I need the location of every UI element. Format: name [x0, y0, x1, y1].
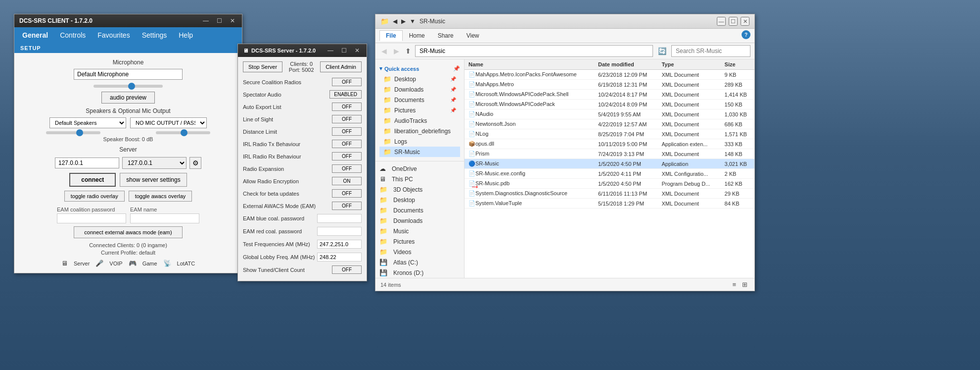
setting-toggle-button[interactable]: OFF	[332, 78, 362, 86]
eam-name-input[interactable]	[130, 213, 199, 223]
server-port-select[interactable]: 127.0.0.1	[122, 157, 187, 169]
nav-controls[interactable]: Controls	[58, 30, 88, 40]
sidebar-item[interactable]: 📁Pictures	[375, 236, 464, 247]
col-name[interactable]: Name	[465, 59, 594, 70]
sidebar-item[interactable]: 📁Downloads	[375, 215, 464, 226]
setting-toggle-button[interactable]: ON	[332, 177, 362, 185]
forward-button[interactable]: ▶	[392, 46, 401, 56]
server-minimize-button[interactable]: —	[326, 47, 335, 54]
sidebar-item[interactable]: 🖥This PC	[375, 174, 464, 184]
explorer-maximize-button[interactable]: ☐	[729, 17, 738, 26]
details-view-button[interactable]: ≡	[730, 280, 738, 289]
speakers-select[interactable]: Default Speakers	[49, 117, 126, 128]
table-row[interactable]: 📄Microsoft.WindowsAPICodePack.Shell10/24…	[465, 90, 754, 100]
setting-text-input[interactable]	[317, 214, 362, 223]
table-row[interactable]: 📄MahApps.Metro.IconPacks.FontAwesome6/23…	[465, 70, 754, 80]
quick-access-header[interactable]: ▾ Quick access 📌	[379, 65, 460, 72]
nav-general[interactable]: General	[20, 30, 50, 40]
setting-toggle-button[interactable]: OFF	[332, 189, 362, 198]
audio-preview-button[interactable]: audio preview	[101, 92, 155, 104]
server-settings-button[interactable]: show server settings	[120, 173, 187, 187]
table-row[interactable]: 📄SR-Music.pdb1/5/2020 4:50 PMProgram Deb…	[465, 179, 754, 189]
mic-output-select[interactable]: NO MIC OUTPUT / PASSTHR0L	[130, 117, 207, 128]
setting-toggle-button[interactable]: OFF	[332, 164, 362, 173]
sidebar-item[interactable]: 📁Videos	[375, 247, 464, 257]
sidebar-item[interactable]: 📁Downloads📌	[379, 84, 460, 95]
nav-settings[interactable]: Settings	[140, 30, 169, 40]
sidebar-item[interactable]: 📁3D Objects	[375, 184, 464, 195]
sidebar-item[interactable]: 📁Documents	[375, 205, 464, 215]
setting-toggle-button[interactable]: OFF	[332, 152, 362, 160]
search-input[interactable]	[671, 45, 750, 57]
client-admin-button[interactable]: Client Admin	[320, 61, 362, 72]
setting-text-input[interactable]	[317, 227, 362, 236]
ribbon-tab-home[interactable]: Home	[403, 30, 431, 41]
sidebar-item[interactable]: 📁Desktop	[375, 195, 464, 205]
volume-slider-2[interactable]	[156, 131, 210, 134]
setting-freq-input[interactable]	[317, 253, 362, 262]
connect-eam-button[interactable]: connect external awacs mode (eam)	[74, 226, 182, 238]
grid-view-button[interactable]: ⊞	[740, 280, 749, 289]
col-date[interactable]: Date modified	[594, 59, 657, 70]
sidebar-item[interactable]: 📁AudioTracks	[379, 115, 460, 126]
help-button[interactable]: ?	[742, 30, 750, 39]
up-button[interactable]: ⬆	[404, 46, 412, 56]
table-row[interactable]: 📄System.ValueTuple5/15/2018 1:29 PMXML D…	[465, 199, 754, 209]
setting-toggle-button[interactable]: OFF	[332, 202, 362, 210]
nav-help[interactable]: Help	[177, 30, 195, 40]
eam-coalition-input[interactable]	[57, 213, 126, 223]
explorer-close-button[interactable]: ✕	[741, 17, 749, 26]
sidebar-item[interactable]: 📁Desktop📌	[379, 74, 460, 84]
ribbon-tab-share[interactable]: Share	[431, 30, 460, 41]
table-row[interactable]: 📄Prism7/24/2019 3:13 PMXML Document148 K…	[465, 149, 754, 159]
setting-toggle-button[interactable]: OFF	[332, 127, 362, 136]
table-row[interactable]: 📄MahApps.Metro6/19/2018 12:31 PMXML Docu…	[465, 80, 754, 90]
server-ip-input[interactable]	[55, 158, 119, 168]
stop-server-button[interactable]: Stop Server	[243, 61, 282, 72]
sidebar-item[interactable]: 💾Kronos (D:)	[375, 267, 464, 278]
setting-toggle-button[interactable]: OFF	[332, 265, 362, 274]
sidebar-item[interactable]: 📁Music	[375, 226, 464, 236]
client-minimize-button[interactable]: —	[201, 17, 211, 24]
server-close-button[interactable]: ✕	[353, 47, 362, 54]
col-size[interactable]: Size	[721, 59, 754, 70]
client-maximize-button[interactable]: ☐	[215, 17, 224, 24]
table-row[interactable]: 📄SR-Music.exe.config1/5/2020 4:11 PMXML …	[465, 169, 754, 179]
server-maximize-button[interactable]: ☐	[339, 47, 349, 54]
table-row[interactable]: 📦opus.dll10/11/2019 5:00 PMApplication e…	[465, 139, 754, 149]
sidebar-item[interactable]: 📁Pictures📌	[379, 105, 460, 115]
table-row[interactable]: 📄NAudio5/4/2019 9:55 AMXML Document1,030…	[465, 109, 754, 119]
setting-toggle-button[interactable]: OFF	[332, 103, 362, 111]
table-row[interactable]: 📄Microsoft.WindowsAPICodePack10/24/2014 …	[465, 100, 754, 109]
setting-freq-input[interactable]	[317, 240, 362, 249]
radio-overlay-button[interactable]: toggle radio overlay	[64, 191, 125, 202]
sidebar-item[interactable]: 📁liberation_debriefings	[379, 126, 460, 136]
sidebar-item[interactable]: ☁OneDrive	[375, 163, 464, 174]
volume-slider-1[interactable]	[46, 131, 100, 134]
sidebar-item[interactable]: 📁SR-Music	[379, 147, 460, 157]
refresh-button[interactable]: 🔄	[656, 46, 668, 56]
back-button[interactable]: ◀	[379, 46, 389, 56]
table-row[interactable]: 📄NLog8/25/2019 7:04 PMXML Document1,571 …	[465, 129, 754, 139]
col-type[interactable]: Type	[657, 59, 720, 70]
awacs-overlay-button[interactable]: toggle awacs overlay	[129, 191, 192, 202]
nav-favourites[interactable]: Favourites	[95, 30, 132, 40]
table-row[interactable]: 📄System.Diagnostics.DiagnosticSource6/11…	[465, 189, 754, 199]
setting-toggle-button[interactable]: OFF	[332, 115, 362, 123]
setting-toggle-button[interactable]: ENABLED	[329, 90, 362, 99]
gear-button[interactable]: ⚙	[189, 157, 201, 169]
table-row[interactable]: 📄Newtonsoft.Json4/22/2019 12:57 AMXML Do…	[465, 119, 754, 129]
address-bar[interactable]	[415, 45, 653, 57]
connect-button[interactable]: connect	[69, 173, 116, 187]
ribbon-tab-file[interactable]: File	[379, 30, 403, 41]
setting-toggle-button[interactable]: OFF	[332, 140, 362, 148]
microphone-select[interactable]: Default Microphone	[74, 69, 183, 80]
sidebar-item[interactable]: 💾Atlas (C:)	[375, 257, 464, 267]
sidebar-item[interactable]: 📁Logs	[379, 136, 460, 147]
table-row[interactable]: 🔵SR-Music1/5/2020 4:50 PMApplication3,02…	[465, 159, 754, 169]
explorer-minimize-button[interactable]: —	[717, 17, 726, 26]
sidebar-item[interactable]: 📁Documents📌	[379, 95, 460, 105]
microphone-slider[interactable]	[93, 85, 163, 88]
client-close-button[interactable]: ✕	[228, 17, 237, 24]
ribbon-tab-view[interactable]: View	[460, 30, 486, 41]
